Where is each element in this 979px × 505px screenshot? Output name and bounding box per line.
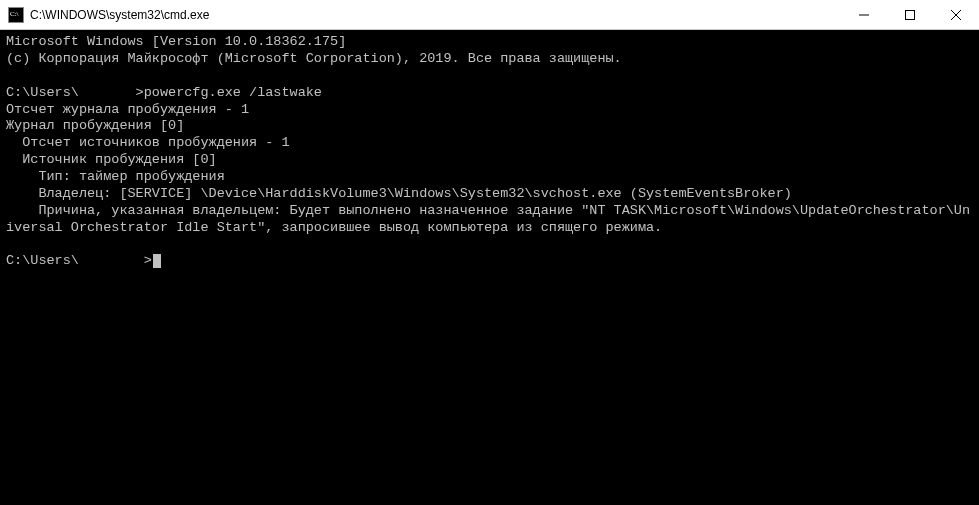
cursor-icon — [153, 254, 161, 268]
terminal-prompt: C:\Users\ > — [6, 253, 152, 268]
svg-text:C:\: C:\ — [10, 10, 19, 18]
cmd-icon: C:\ — [8, 7, 24, 23]
close-button[interactable] — [933, 0, 979, 29]
terminal-text: Microsoft Windows [Version 10.0.18362.17… — [6, 34, 970, 235]
minimize-button[interactable] — [841, 0, 887, 29]
window-controls — [841, 0, 979, 29]
window-title: C:\WINDOWS\system32\cmd.exe — [30, 8, 841, 22]
terminal-output[interactable]: Microsoft Windows [Version 10.0.18362.17… — [0, 30, 979, 505]
svg-rect-4 — [906, 10, 915, 19]
maximize-button[interactable] — [887, 0, 933, 29]
window-titlebar: C:\ C:\WINDOWS\system32\cmd.exe — [0, 0, 979, 30]
